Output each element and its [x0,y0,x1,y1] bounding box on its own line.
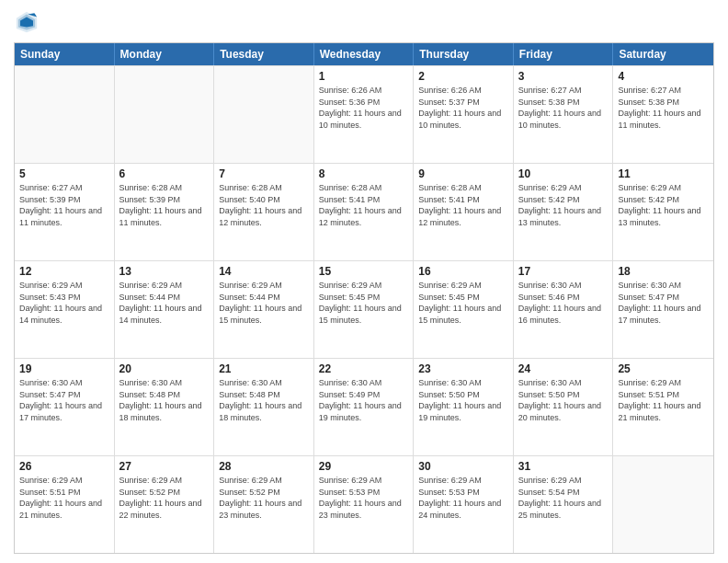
calendar-header-cell: Wednesday [314,43,415,65]
calendar-cell: 10Sunrise: 6:29 AM Sunset: 5:42 PM Dayli… [514,164,614,260]
day-number: 3 [518,69,609,84]
day-number: 20 [119,362,210,376]
calendar-row: 1Sunrise: 6:26 AM Sunset: 5:36 PM Daylig… [15,65,713,163]
calendar-header: SundayMondayTuesdayWednesdayThursdayFrid… [15,43,713,65]
day-number: 28 [219,459,309,474]
day-number: 14 [219,264,309,279]
day-info: Sunrise: 6:27 AM Sunset: 5:38 PM Dayligh… [618,85,709,131]
calendar-header-cell: Monday [115,43,215,65]
day-number: 5 [19,167,109,181]
day-number: 18 [618,264,709,279]
calendar-header-cell: Tuesday [214,43,314,65]
calendar-cell: 29Sunrise: 6:29 AM Sunset: 5:53 PM Dayli… [314,456,415,553]
day-info: Sunrise: 6:30 AM Sunset: 5:49 PM Dayligh… [319,377,409,423]
day-number: 19 [19,362,109,376]
day-info: Sunrise: 6:30 AM Sunset: 5:46 PM Dayligh… [518,280,609,326]
day-number: 6 [119,167,210,181]
calendar-cell: 25Sunrise: 6:29 AM Sunset: 5:51 PM Dayli… [613,359,713,455]
calendar-cell: 27Sunrise: 6:29 AM Sunset: 5:52 PM Dayli… [115,456,215,553]
calendar-header-cell: Thursday [414,43,514,65]
day-info: Sunrise: 6:30 AM Sunset: 5:50 PM Dayligh… [418,377,508,423]
calendar-cell: 11Sunrise: 6:29 AM Sunset: 5:42 PM Dayli… [613,164,713,260]
day-info: Sunrise: 6:30 AM Sunset: 5:48 PM Dayligh… [219,377,309,423]
day-info: Sunrise: 6:28 AM Sunset: 5:41 PM Dayligh… [319,182,409,228]
day-number: 22 [319,362,409,376]
day-info: Sunrise: 6:29 AM Sunset: 5:45 PM Dayligh… [319,280,409,326]
day-info: Sunrise: 6:29 AM Sunset: 5:42 PM Dayligh… [618,182,709,228]
header [14,9,714,35]
calendar-header-cell: Sunday [15,43,115,65]
day-info: Sunrise: 6:28 AM Sunset: 5:40 PM Dayligh… [219,182,309,228]
calendar-cell: 28Sunrise: 6:29 AM Sunset: 5:52 PM Dayli… [214,456,314,553]
calendar-cell: 2Sunrise: 6:26 AM Sunset: 5:37 PM Daylig… [414,66,514,163]
day-info: Sunrise: 6:29 AM Sunset: 5:53 PM Dayligh… [319,475,409,521]
calendar-cell: 7Sunrise: 6:28 AM Sunset: 5:40 PM Daylig… [214,164,314,260]
day-number: 10 [518,167,609,181]
calendar-cell: 6Sunrise: 6:28 AM Sunset: 5:39 PM Daylig… [115,164,215,260]
calendar-row: 26Sunrise: 6:29 AM Sunset: 5:51 PM Dayli… [15,455,713,553]
day-number: 2 [418,69,508,84]
day-info: Sunrise: 6:26 AM Sunset: 5:36 PM Dayligh… [319,85,409,131]
day-number: 11 [618,167,709,181]
day-info: Sunrise: 6:29 AM Sunset: 5:53 PM Dayligh… [418,475,508,521]
calendar-header-cell: Saturday [613,43,713,65]
calendar-row: 5Sunrise: 6:27 AM Sunset: 5:39 PM Daylig… [15,163,713,260]
day-number: 8 [319,167,409,181]
day-number: 21 [219,362,309,376]
calendar: SundayMondayTuesdayWednesdayThursdayFrid… [14,42,714,554]
calendar-cell: 1Sunrise: 6:26 AM Sunset: 5:36 PM Daylig… [314,66,415,163]
day-info: Sunrise: 6:29 AM Sunset: 5:51 PM Dayligh… [19,475,109,521]
logo [14,9,43,35]
day-number: 31 [518,459,609,474]
day-number: 13 [119,264,210,279]
day-info: Sunrise: 6:29 AM Sunset: 5:44 PM Dayligh… [119,280,210,326]
day-number: 1 [319,69,409,84]
day-info: Sunrise: 6:29 AM Sunset: 5:54 PM Dayligh… [518,475,609,521]
calendar-cell: 15Sunrise: 6:29 AM Sunset: 5:45 PM Dayli… [314,261,415,358]
calendar-cell: 13Sunrise: 6:29 AM Sunset: 5:44 PM Dayli… [115,261,215,358]
calendar-cell: 3Sunrise: 6:27 AM Sunset: 5:38 PM Daylig… [514,66,614,163]
day-number: 17 [518,264,609,279]
day-number: 9 [418,167,508,181]
calendar-cell [15,66,115,163]
calendar-cell: 18Sunrise: 6:30 AM Sunset: 5:47 PM Dayli… [613,261,713,358]
day-info: Sunrise: 6:30 AM Sunset: 5:48 PM Dayligh… [119,377,210,423]
day-info: Sunrise: 6:29 AM Sunset: 5:51 PM Dayligh… [618,377,709,423]
day-number: 25 [618,362,709,376]
page: SundayMondayTuesdayWednesdayThursdayFrid… [0,0,728,563]
calendar-cell [214,66,314,163]
calendar-cell: 14Sunrise: 6:29 AM Sunset: 5:44 PM Dayli… [214,261,314,358]
calendar-header-cell: Friday [514,43,614,65]
day-info: Sunrise: 6:27 AM Sunset: 5:39 PM Dayligh… [19,182,109,228]
day-info: Sunrise: 6:29 AM Sunset: 5:52 PM Dayligh… [119,475,210,521]
day-info: Sunrise: 6:29 AM Sunset: 5:42 PM Dayligh… [518,182,609,228]
day-number: 29 [319,459,409,474]
day-number: 12 [19,264,109,279]
day-info: Sunrise: 6:29 AM Sunset: 5:44 PM Dayligh… [219,280,309,326]
calendar-cell: 12Sunrise: 6:29 AM Sunset: 5:43 PM Dayli… [15,261,115,358]
calendar-cell: 20Sunrise: 6:30 AM Sunset: 5:48 PM Dayli… [115,359,215,455]
day-number: 16 [418,264,508,279]
day-number: 26 [19,459,109,474]
day-number: 4 [618,69,709,84]
calendar-cell: 22Sunrise: 6:30 AM Sunset: 5:49 PM Dayli… [314,359,415,455]
calendar-cell: 9Sunrise: 6:28 AM Sunset: 5:41 PM Daylig… [414,164,514,260]
calendar-cell: 26Sunrise: 6:29 AM Sunset: 5:51 PM Dayli… [15,456,115,553]
calendar-cell: 19Sunrise: 6:30 AM Sunset: 5:47 PM Dayli… [15,359,115,455]
day-number: 15 [319,264,409,279]
day-info: Sunrise: 6:30 AM Sunset: 5:47 PM Dayligh… [19,377,109,423]
calendar-cell: 17Sunrise: 6:30 AM Sunset: 5:46 PM Dayli… [514,261,614,358]
day-info: Sunrise: 6:29 AM Sunset: 5:45 PM Dayligh… [418,280,508,326]
day-number: 7 [219,167,309,181]
calendar-cell [115,66,215,163]
logo-icon [14,9,40,35]
day-number: 30 [418,459,508,474]
calendar-row: 19Sunrise: 6:30 AM Sunset: 5:47 PM Dayli… [15,358,713,455]
calendar-cell: 24Sunrise: 6:30 AM Sunset: 5:50 PM Dayli… [514,359,614,455]
day-number: 24 [518,362,609,376]
calendar-cell: 31Sunrise: 6:29 AM Sunset: 5:54 PM Dayli… [514,456,614,553]
day-info: Sunrise: 6:29 AM Sunset: 5:52 PM Dayligh… [219,475,309,521]
day-info: Sunrise: 6:27 AM Sunset: 5:38 PM Dayligh… [518,85,609,131]
day-number: 23 [418,362,508,376]
calendar-cell [613,456,713,553]
